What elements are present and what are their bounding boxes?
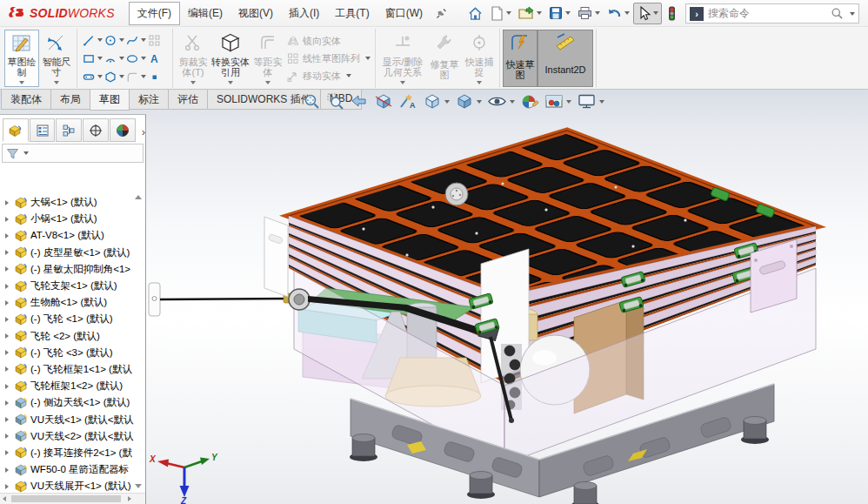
command-tab[interactable]: 装配体 — [1, 90, 51, 110]
select-tool-button[interactable] — [633, 3, 662, 24]
feature-tree-item[interactable]: VU天线<1> (默认<默认 — [0, 411, 145, 427]
repair-sketch-button[interactable]: 修复草图 — [427, 30, 462, 87]
zoom-to-fit-button[interactable] — [302, 91, 322, 111]
feature-tree-item[interactable]: 大锅<1> (默认) — [0, 194, 145, 211]
tree-filter-bar[interactable] — [2, 144, 144, 163]
expand-arrow-icon[interactable] — [5, 333, 9, 339]
dropdown-arrow-icon[interactable] — [97, 38, 103, 42]
apply-scene-button[interactable] — [544, 91, 572, 111]
rebuild-button[interactable] — [663, 3, 681, 24]
expand-arrow-icon[interactable] — [5, 284, 9, 289]
dropdown-arrow-icon[interactable] — [365, 57, 371, 60]
pin-menubar-icon[interactable] — [436, 8, 447, 19]
expand-arrow-icon[interactable] — [5, 300, 9, 306]
hide-show-items-button[interactable] — [486, 91, 516, 111]
feature-tree-item[interactable]: AT-V8<1> (默认) — [0, 227, 145, 244]
view-settings-button[interactable] — [576, 91, 605, 111]
dropdown-arrow-icon[interactable] — [566, 100, 571, 104]
edit-appearance-button[interactable] — [519, 91, 540, 111]
command-tab[interactable]: 评估 — [168, 90, 208, 110]
dropdown-arrow-icon[interactable] — [506, 11, 511, 15]
dropdown-arrow-icon[interactable] — [477, 100, 482, 104]
expand-arrow-icon[interactable] — [5, 233, 9, 239]
expand-arrow-icon[interactable] — [5, 467, 9, 473]
save-button[interactable] — [545, 3, 573, 23]
scroll-right-icon[interactable] — [128, 496, 131, 501]
search-type-icon[interactable]: › — [690, 7, 704, 21]
dropdown-arrow-icon[interactable] — [265, 81, 270, 84]
sketch-button[interactable]: 草图绘制 — [4, 30, 39, 87]
point-tool[interactable] — [147, 68, 168, 86]
menu-item[interactable]: 窗口(W) — [377, 3, 431, 24]
dropdown-arrow-icon[interactable] — [141, 57, 146, 60]
rectangle-tool[interactable] — [82, 50, 103, 68]
expand-arrow-icon[interactable] — [5, 266, 9, 272]
dropdown-arrow-icon[interactable] — [595, 11, 600, 15]
feature-tree-item[interactable]: 飞轮框架1<2> (默认) — [0, 378, 145, 394]
trim-entities-button[interactable]: 剪裁实体(T) — [176, 30, 210, 87]
feature-tree-item[interactable]: VU天线<2> (默认<默认 — [0, 428, 145, 445]
zoom-to-area-button[interactable] — [325, 91, 345, 111]
expand-arrow-icon[interactable] — [5, 366, 9, 372]
spline-tool[interactable] — [125, 31, 146, 50]
scroll-left-icon[interactable] — [3, 496, 6, 501]
dropdown-arrow-icon[interactable] — [141, 38, 146, 42]
feature-tree-item[interactable]: 飞轮支架<1> (默认) — [0, 278, 145, 294]
dropdown-arrow-icon[interactable] — [565, 11, 571, 15]
dropdown-arrow-icon[interactable] — [346, 74, 351, 77]
dropdown-arrow-icon[interactable] — [119, 38, 124, 42]
tree-scroll-down-icon[interactable] — [135, 484, 142, 488]
dropdown-arrow-icon[interactable] — [190, 81, 196, 84]
expand-arrow-icon[interactable] — [5, 317, 9, 322]
dropdown-arrow-icon[interactable] — [141, 75, 146, 78]
undo-button[interactable] — [604, 4, 632, 23]
command-tab[interactable]: 标注 — [129, 90, 169, 110]
sketch-settings-button[interactable]: A — [397, 91, 418, 111]
dropdown-arrow-icon[interactable] — [444, 100, 450, 104]
convert-entities-button[interactable]: 转换实体引用 — [210, 30, 250, 87]
feature-tree-item[interactable]: (-) 飞轮框架1<1> (默认 — [0, 361, 145, 378]
text-tool[interactable]: A — [147, 50, 168, 68]
ellipse-tool[interactable] — [125, 50, 146, 68]
feature-tree-item[interactable]: (-) 飞轮 <1> (默认) — [0, 311, 145, 327]
configurationmanager-tab[interactable] — [56, 118, 82, 142]
displaymanager-tab[interactable] — [110, 118, 136, 142]
dropdown-arrow-icon[interactable] — [653, 11, 658, 15]
feature-tree-item[interactable]: (-) 飞轮 <3> (默认) — [0, 345, 145, 361]
feature-tree-item[interactable]: VU天线展开<1> (默认) — [0, 478, 145, 493]
dropdown-arrow-icon[interactable] — [54, 81, 59, 84]
dropdown-arrow-icon[interactable] — [23, 151, 29, 155]
line-tool[interactable] — [82, 31, 103, 50]
expand-arrow-icon[interactable] — [5, 384, 9, 389]
sketch-pattern-tool[interactable] — [147, 31, 168, 50]
dropdown-arrow-icon[interactable] — [599, 100, 604, 104]
expand-arrow-icon[interactable] — [5, 350, 9, 355]
expand-arrow-icon[interactable] — [5, 417, 9, 422]
tree-scroll-up-icon[interactable] — [135, 195, 142, 199]
display-style-button[interactable] — [454, 91, 483, 111]
open-button[interactable] — [515, 3, 544, 23]
circle-tool[interactable] — [103, 31, 124, 50]
menu-item[interactable]: 编辑(E) — [180, 3, 230, 24]
section-view-button[interactable] — [373, 91, 394, 111]
offset-entities-button[interactable]: 等距实体 — [250, 30, 285, 87]
command-search[interactable]: › 搜索命令 — [685, 3, 859, 24]
instant2d-button[interactable]: Instant2D — [537, 30, 593, 87]
dropdown-arrow-icon[interactable] — [537, 11, 542, 15]
command-tab[interactable]: 布局 — [50, 90, 90, 110]
feature-tree-item[interactable]: 小锅<1> (默认) — [0, 211, 145, 227]
expand-arrow-icon[interactable] — [5, 450, 9, 455]
print-button[interactable] — [574, 3, 603, 23]
dropdown-arrow-icon[interactable] — [624, 11, 630, 15]
expand-arrow-icon[interactable] — [5, 200, 9, 205]
expand-arrow-icon[interactable] — [5, 250, 9, 255]
propertymanager-tab[interactable] — [30, 118, 56, 142]
dropdown-arrow-icon[interactable] — [119, 75, 124, 78]
feature-tree-item[interactable]: 生物舱<1> (默认) — [0, 294, 145, 311]
expand-arrow-icon[interactable] — [5, 400, 9, 406]
dropdown-arrow-icon[interactable] — [400, 81, 405, 84]
new-document-button[interactable] — [487, 3, 514, 24]
tree-horizontal-scrollbar[interactable] — [0, 493, 145, 504]
rapid-sketch-button[interactable]: 快速草图 — [503, 30, 537, 87]
feature-tree-item[interactable]: (-) 星敏太阳抑制角<1> — [0, 261, 145, 278]
